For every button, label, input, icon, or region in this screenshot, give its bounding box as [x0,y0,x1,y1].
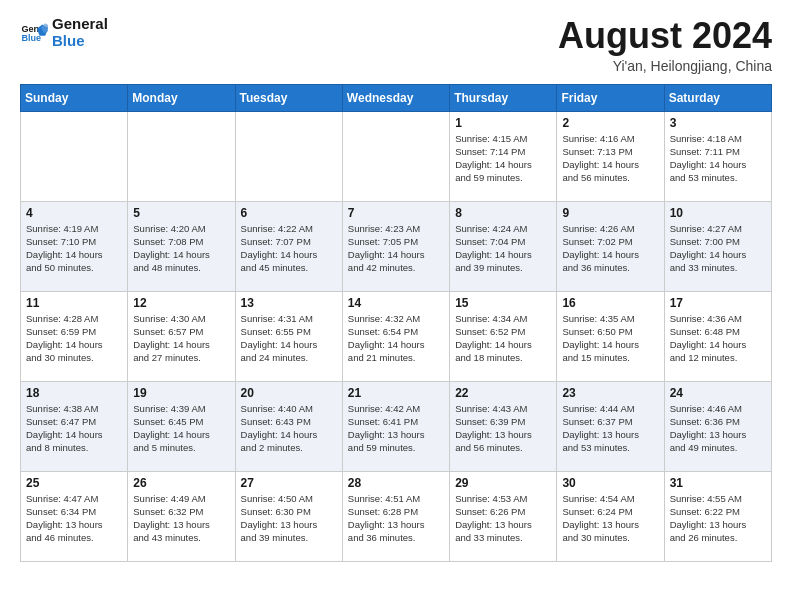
calendar-cell: 7Sunrise: 4:23 AM Sunset: 7:05 PM Daylig… [342,201,449,291]
calendar-cell: 6Sunrise: 4:22 AM Sunset: 7:07 PM Daylig… [235,201,342,291]
day-number: 5 [133,206,229,220]
day-info: Sunrise: 4:38 AM Sunset: 6:47 PM Dayligh… [26,402,122,455]
day-info: Sunrise: 4:43 AM Sunset: 6:39 PM Dayligh… [455,402,551,455]
calendar-cell: 21Sunrise: 4:42 AM Sunset: 6:41 PM Dayli… [342,381,449,471]
calendar-cell: 3Sunrise: 4:18 AM Sunset: 7:11 PM Daylig… [664,111,771,201]
day-number: 23 [562,386,658,400]
day-info: Sunrise: 4:44 AM Sunset: 6:37 PM Dayligh… [562,402,658,455]
calendar-cell: 5Sunrise: 4:20 AM Sunset: 7:08 PM Daylig… [128,201,235,291]
calendar-cell: 17Sunrise: 4:36 AM Sunset: 6:48 PM Dayli… [664,291,771,381]
calendar-cell: 26Sunrise: 4:49 AM Sunset: 6:32 PM Dayli… [128,471,235,561]
day-info: Sunrise: 4:53 AM Sunset: 6:26 PM Dayligh… [455,492,551,545]
calendar-cell [21,111,128,201]
day-info: Sunrise: 4:23 AM Sunset: 7:05 PM Dayligh… [348,222,444,275]
day-number: 19 [133,386,229,400]
day-number: 11 [26,296,122,310]
day-number: 1 [455,116,551,130]
header: General Blue General Blue August 2024 Yi… [20,16,772,74]
calendar-cell: 22Sunrise: 4:43 AM Sunset: 6:39 PM Dayli… [450,381,557,471]
logo: General Blue General Blue [20,16,108,49]
calendar-cell: 14Sunrise: 4:32 AM Sunset: 6:54 PM Dayli… [342,291,449,381]
day-number: 29 [455,476,551,490]
calendar-day-header: Friday [557,84,664,111]
calendar-cell: 23Sunrise: 4:44 AM Sunset: 6:37 PM Dayli… [557,381,664,471]
day-info: Sunrise: 4:27 AM Sunset: 7:00 PM Dayligh… [670,222,766,275]
day-info: Sunrise: 4:51 AM Sunset: 6:28 PM Dayligh… [348,492,444,545]
day-number: 10 [670,206,766,220]
calendar-header-row: SundayMondayTuesdayWednesdayThursdayFrid… [21,84,772,111]
calendar-cell: 20Sunrise: 4:40 AM Sunset: 6:43 PM Dayli… [235,381,342,471]
day-number: 21 [348,386,444,400]
calendar-cell: 13Sunrise: 4:31 AM Sunset: 6:55 PM Dayli… [235,291,342,381]
calendar-cell: 15Sunrise: 4:34 AM Sunset: 6:52 PM Dayli… [450,291,557,381]
logo-blue: Blue [52,33,108,50]
calendar-cell: 19Sunrise: 4:39 AM Sunset: 6:45 PM Dayli… [128,381,235,471]
subtitle: Yi'an, Heilongjiang, China [558,58,772,74]
day-number: 25 [26,476,122,490]
calendar-day-header: Thursday [450,84,557,111]
calendar-day-header: Wednesday [342,84,449,111]
calendar-cell: 4Sunrise: 4:19 AM Sunset: 7:10 PM Daylig… [21,201,128,291]
calendar-week-row: 11Sunrise: 4:28 AM Sunset: 6:59 PM Dayli… [21,291,772,381]
day-info: Sunrise: 4:22 AM Sunset: 7:07 PM Dayligh… [241,222,337,275]
day-info: Sunrise: 4:34 AM Sunset: 6:52 PM Dayligh… [455,312,551,365]
main-title: August 2024 [558,16,772,56]
day-info: Sunrise: 4:42 AM Sunset: 6:41 PM Dayligh… [348,402,444,455]
day-info: Sunrise: 4:54 AM Sunset: 6:24 PM Dayligh… [562,492,658,545]
day-info: Sunrise: 4:55 AM Sunset: 6:22 PM Dayligh… [670,492,766,545]
day-number: 8 [455,206,551,220]
day-number: 18 [26,386,122,400]
day-number: 30 [562,476,658,490]
calendar-cell: 30Sunrise: 4:54 AM Sunset: 6:24 PM Dayli… [557,471,664,561]
calendar: SundayMondayTuesdayWednesdayThursdayFrid… [20,84,772,562]
day-info: Sunrise: 4:46 AM Sunset: 6:36 PM Dayligh… [670,402,766,455]
day-number: 22 [455,386,551,400]
calendar-cell: 16Sunrise: 4:35 AM Sunset: 6:50 PM Dayli… [557,291,664,381]
calendar-cell: 1Sunrise: 4:15 AM Sunset: 7:14 PM Daylig… [450,111,557,201]
calendar-cell [235,111,342,201]
calendar-cell: 25Sunrise: 4:47 AM Sunset: 6:34 PM Dayli… [21,471,128,561]
day-number: 17 [670,296,766,310]
day-number: 7 [348,206,444,220]
calendar-cell: 18Sunrise: 4:38 AM Sunset: 6:47 PM Dayli… [21,381,128,471]
day-info: Sunrise: 4:18 AM Sunset: 7:11 PM Dayligh… [670,132,766,185]
day-number: 4 [26,206,122,220]
day-info: Sunrise: 4:49 AM Sunset: 6:32 PM Dayligh… [133,492,229,545]
day-number: 26 [133,476,229,490]
day-info: Sunrise: 4:19 AM Sunset: 7:10 PM Dayligh… [26,222,122,275]
calendar-cell: 24Sunrise: 4:46 AM Sunset: 6:36 PM Dayli… [664,381,771,471]
calendar-cell: 9Sunrise: 4:26 AM Sunset: 7:02 PM Daylig… [557,201,664,291]
day-number: 13 [241,296,337,310]
day-number: 9 [562,206,658,220]
day-number: 6 [241,206,337,220]
day-info: Sunrise: 4:26 AM Sunset: 7:02 PM Dayligh… [562,222,658,275]
day-info: Sunrise: 4:35 AM Sunset: 6:50 PM Dayligh… [562,312,658,365]
calendar-week-row: 25Sunrise: 4:47 AM Sunset: 6:34 PM Dayli… [21,471,772,561]
day-info: Sunrise: 4:40 AM Sunset: 6:43 PM Dayligh… [241,402,337,455]
calendar-cell: 29Sunrise: 4:53 AM Sunset: 6:26 PM Dayli… [450,471,557,561]
calendar-cell: 10Sunrise: 4:27 AM Sunset: 7:00 PM Dayli… [664,201,771,291]
day-number: 15 [455,296,551,310]
calendar-cell: 2Sunrise: 4:16 AM Sunset: 7:13 PM Daylig… [557,111,664,201]
calendar-cell: 28Sunrise: 4:51 AM Sunset: 6:28 PM Dayli… [342,471,449,561]
day-number: 12 [133,296,229,310]
day-number: 28 [348,476,444,490]
calendar-cell: 12Sunrise: 4:30 AM Sunset: 6:57 PM Dayli… [128,291,235,381]
day-info: Sunrise: 4:31 AM Sunset: 6:55 PM Dayligh… [241,312,337,365]
logo-icon: General Blue [20,19,48,47]
day-number: 27 [241,476,337,490]
calendar-cell: 31Sunrise: 4:55 AM Sunset: 6:22 PM Dayli… [664,471,771,561]
logo-general: General [52,16,108,33]
calendar-body: 1Sunrise: 4:15 AM Sunset: 7:14 PM Daylig… [21,111,772,561]
calendar-cell: 8Sunrise: 4:24 AM Sunset: 7:04 PM Daylig… [450,201,557,291]
calendar-day-header: Tuesday [235,84,342,111]
calendar-week-row: 1Sunrise: 4:15 AM Sunset: 7:14 PM Daylig… [21,111,772,201]
page: General Blue General Blue August 2024 Yi… [0,0,792,582]
svg-text:Blue: Blue [21,33,41,43]
calendar-day-header: Saturday [664,84,771,111]
day-info: Sunrise: 4:30 AM Sunset: 6:57 PM Dayligh… [133,312,229,365]
calendar-week-row: 18Sunrise: 4:38 AM Sunset: 6:47 PM Dayli… [21,381,772,471]
calendar-day-header: Monday [128,84,235,111]
day-number: 20 [241,386,337,400]
day-number: 14 [348,296,444,310]
